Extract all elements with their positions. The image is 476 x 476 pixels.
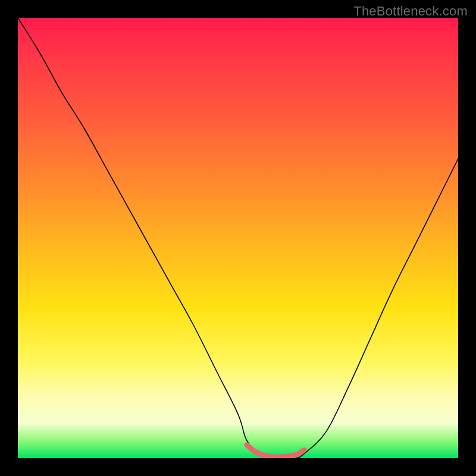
v-curve-line bbox=[18, 18, 458, 458]
watermark-text: TheBottleneck.com bbox=[353, 4, 468, 19]
trough-highlight-line bbox=[247, 445, 304, 457]
chart-frame: TheBottleneck.com bbox=[0, 0, 476, 476]
gradient-plot-area bbox=[18, 18, 458, 458]
curve-layer bbox=[18, 18, 458, 458]
